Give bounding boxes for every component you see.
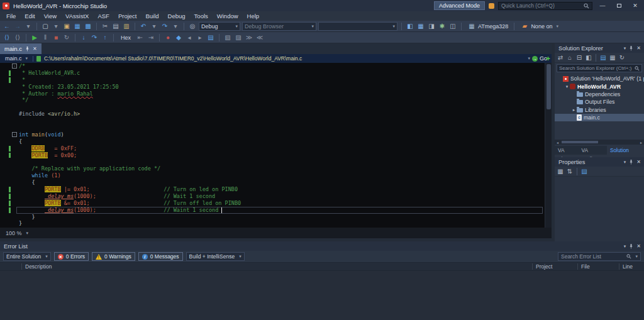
messages-filter-button[interactable]: i 0 Messages — [138, 252, 183, 261]
file-column-header[interactable]: File — [577, 263, 619, 270]
code-line[interactable]: { — [0, 179, 544, 186]
start-debug-icon[interactable]: ▶ — [30, 33, 39, 42]
code-line[interactable]: * Created: 23.05.2021 17:25:50 — [0, 84, 544, 91]
tree-horizontal-scrollbar[interactable]: ◂ ▸ — [555, 140, 644, 145]
nav-backward-icon[interactable]: ⇤ — [136, 33, 145, 42]
project-column-header[interactable]: Project — [532, 263, 577, 270]
code-line[interactable]: * HelloWorld_AVR.c — [0, 70, 544, 77]
restart-icon[interactable]: ↻ — [62, 33, 71, 42]
debugger-tool-combo[interactable]: ▰None on▾ — [518, 22, 560, 31]
selected-device-label[interactable]: ▦ATmega328 — [465, 22, 510, 31]
tab-close-icon[interactable]: ✕ — [33, 46, 37, 52]
menu-debug[interactable]: Debug — [164, 11, 190, 21]
open-files-filter-icon[interactable]: ◧ — [584, 53, 593, 62]
breadcrumb-file-dropdown[interactable]: main.c ▾ — [3, 55, 30, 62]
firmware-upgrade-icon[interactable]: ✱ — [438, 22, 447, 31]
debug-browser-combo[interactable]: Debug Browser▾ — [242, 22, 316, 31]
tree-item-libraries[interactable]: ▸Libraries — [555, 106, 644, 114]
fold-toggle-icon[interactable]: - — [12, 63, 17, 69]
notification-icon[interactable] — [489, 3, 494, 9]
alphabetical-icon[interactable]: ⇅ — [565, 167, 574, 176]
menu-tools[interactable]: Tools — [190, 11, 213, 21]
menu-window[interactable]: Window — [213, 11, 243, 21]
cut-icon[interactable]: ✂ — [101, 22, 109, 31]
stop-debug-icon[interactable]: ■ — [52, 33, 60, 42]
categorized-icon[interactable]: ▦ — [556, 167, 565, 176]
pin-icon[interactable] — [629, 243, 633, 249]
panel-tab-solution-exp[interactable]: Solution Exp... — [607, 146, 644, 155]
editor-vertical-scrollbar[interactable] — [545, 63, 552, 228]
nav-forward2-icon[interactable]: ⇥ — [147, 33, 155, 42]
redo-caret-icon[interactable]: ▾ — [171, 22, 180, 31]
icon-column-header[interactable] — [0, 263, 21, 270]
comment-selection-icon[interactable]: ▧ — [223, 33, 232, 42]
menu-build[interactable]: Build — [141, 11, 163, 21]
code-line[interactable] — [0, 124, 544, 131]
break-all-icon[interactable]: ‖ — [41, 33, 50, 42]
uncomment-selection-icon[interactable]: ▨ — [234, 33, 243, 42]
advanced-mode-toggle[interactable]: Advanced Mode — [434, 1, 485, 10]
code-line[interactable]: } — [0, 220, 544, 227]
pin-icon[interactable] — [629, 159, 633, 165]
panel-sync-icon[interactable]: ⇄ — [556, 53, 565, 62]
board-icon[interactable]: ◨ — [427, 22, 436, 31]
home-icon[interactable]: ⌂ — [565, 53, 574, 62]
build-intellisense-combo[interactable]: Build + IntelliSense ▾ — [186, 252, 245, 261]
code-line[interactable]: DDRB = 0xFF; — [0, 145, 544, 152]
tree-expander-icon[interactable]: ▾ — [564, 84, 570, 89]
tree-expander-icon[interactable]: ▸ — [571, 108, 577, 113]
code-line[interactable] — [0, 118, 544, 124]
scrollbar-thumb[interactable] — [562, 141, 598, 143]
code-line[interactable]: } — [0, 214, 544, 221]
code-line[interactable]: -int main(void) — [0, 131, 544, 138]
tree-item-dependencies[interactable]: Dependencies — [555, 91, 644, 98]
nav-history-caret-icon[interactable]: ▾ — [24, 22, 33, 31]
code-line[interactable]: * Author : mario Rahal — [0, 91, 544, 97]
scroll-right-icon[interactable]: ▸ — [638, 140, 644, 145]
step-into-icon[interactable]: ↓ — [79, 33, 88, 42]
menu-edit[interactable]: Edit — [20, 11, 39, 21]
save-all-icon[interactable]: ▩ — [84, 22, 92, 31]
code-line[interactable]: while (1) — [0, 172, 544, 179]
add-item-caret-icon[interactable]: ▾ — [52, 22, 60, 31]
code-line[interactable]: /* Replace with your application code */ — [0, 165, 544, 172]
properties-icon[interactable]: ▤ — [599, 53, 608, 62]
window-position-icon[interactable]: ▾ — [624, 46, 626, 51]
quick-launch-input[interactable]: Quick Launch (Ctrl+Q) — [498, 2, 592, 10]
solution-explorer-search-input[interactable]: Search Solution Explorer (Ctrl+;) — [557, 64, 642, 72]
code-line[interactable]: PORTB = 0x00; — [0, 152, 544, 159]
menu-help[interactable]: Help — [243, 11, 264, 21]
step-out-icon[interactable]: ↑ — [101, 33, 109, 42]
code-editor[interactable]: -/* * HelloWorld_AVR.c * * Created: 23.0… — [0, 63, 552, 228]
tree-item-project[interactable]: ▾HelloWorld_AVR — [555, 82, 644, 90]
code-line[interactable]: * — [0, 77, 544, 84]
error-list-header[interactable]: Error List ▾ ✕ — [0, 241, 644, 251]
code-line[interactable] — [0, 158, 544, 165]
error-list-body[interactable] — [0, 271, 644, 320]
zoom-level-combo[interactable]: 100 % ▾ — [3, 230, 31, 236]
scope-filter-combo[interactable]: Entire Solution ▾ — [3, 252, 51, 261]
code-line[interactable] — [0, 104, 544, 111]
code-line[interactable]: */ — [0, 97, 544, 104]
menu-file[interactable]: File — [2, 11, 20, 21]
undo-caret-icon[interactable]: ▾ — [150, 22, 158, 31]
menu-view[interactable]: View — [40, 11, 61, 21]
pin-icon[interactable] — [25, 46, 30, 52]
device-programming-icon[interactable]: ◧ — [406, 22, 414, 31]
redo-icon[interactable]: ↷ — [160, 22, 169, 31]
code-line[interactable]: PORTB |= 0x01; // Turn on led on PINB0 — [0, 186, 544, 193]
close-icon[interactable]: ✕ — [636, 243, 641, 249]
close-icon[interactable]: ✕ — [636, 45, 641, 51]
copy-icon[interactable]: ▤ — [111, 22, 120, 31]
xml-comment-icon[interactable]: ⟨⟩ — [13, 33, 22, 42]
increase-indent-icon[interactable]: ≫ — [245, 33, 253, 42]
solution-configuration-combo[interactable]: Debug▾ — [199, 22, 240, 31]
code-line[interactable]: #include <avr/io.h> — [0, 111, 544, 118]
xml-tag-icon[interactable]: ⟨⟩ — [3, 33, 11, 42]
simulator-icon[interactable]: ◫ — [448, 22, 457, 31]
close-icon[interactable]: ✕ — [636, 159, 641, 165]
device-chip-icon[interactable]: ▦ — [416, 22, 425, 31]
undo-icon[interactable]: ↶ — [139, 22, 148, 31]
nav-forward-icon[interactable]: → — [13, 22, 22, 31]
open-file-icon[interactable]: ▣ — [62, 22, 71, 31]
